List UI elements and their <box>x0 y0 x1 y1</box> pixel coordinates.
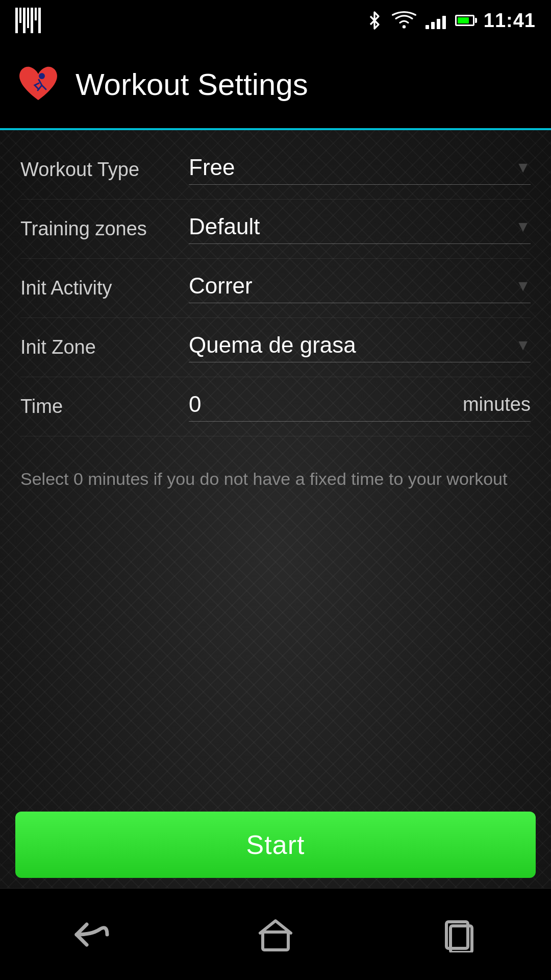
workout-type-value: Free <box>189 155 235 180</box>
svg-rect-2 <box>263 932 288 950</box>
init-zone-row[interactable]: Init Zone Quema de grasa ▼ <box>20 318 531 377</box>
home-button[interactable] <box>250 914 301 955</box>
bluetooth-icon <box>366 10 383 31</box>
status-bar: 11:41 <box>0 0 551 41</box>
init-zone-value-container[interactable]: Quema de grasa ▼ <box>189 332 531 362</box>
start-button[interactable]: Start <box>15 812 536 878</box>
init-activity-dropdown-arrow: ▼ <box>515 277 531 295</box>
status-bar-right: 11:41 <box>366 10 536 32</box>
time-label: Time <box>20 396 184 418</box>
workout-type-value-container[interactable]: Free ▼ <box>189 155 531 185</box>
svg-point-0 <box>403 25 406 28</box>
workout-type-row[interactable]: Workout Type Free ▼ <box>20 140 531 200</box>
time-row[interactable]: Time 0 minutes <box>20 377 531 436</box>
app-logo <box>15 62 61 108</box>
wifi-icon <box>392 11 416 30</box>
bottom-nav <box>0 888 551 980</box>
training-zones-value-container[interactable]: Default ▼ <box>189 214 531 244</box>
info-text: Select 0 minutes if you do not have a fi… <box>0 447 551 512</box>
training-zones-label: Training zones <box>20 218 184 240</box>
training-zones-dropdown-arrow: ▼ <box>515 218 531 235</box>
app-header: Workout Settings <box>0 41 551 130</box>
init-zone-label: Init Zone <box>20 336 184 358</box>
workout-type-dropdown-arrow: ▼ <box>515 159 531 176</box>
back-button[interactable] <box>66 914 117 955</box>
signal-bars <box>425 12 446 29</box>
training-zones-value: Default <box>189 214 260 239</box>
status-time: 11:41 <box>484 10 536 32</box>
init-zone-dropdown-arrow: ▼ <box>515 336 531 354</box>
workout-type-label: Workout Type <box>20 159 184 181</box>
barcode-icon <box>15 8 41 33</box>
time-value-container[interactable]: 0 minutes <box>189 391 531 422</box>
init-activity-value-container[interactable]: Correr ▼ <box>189 273 531 303</box>
settings-container: Workout Type Free ▼ Training zones Defau… <box>0 130 551 447</box>
page-title: Workout Settings <box>76 67 308 102</box>
svg-point-1 <box>39 73 45 79</box>
init-activity-label: Init Activity <box>20 277 184 299</box>
battery-icon <box>455 15 474 26</box>
time-value: 0 <box>189 391 201 417</box>
recents-button[interactable] <box>434 914 485 955</box>
content-area: Workout Type Free ▼ Training zones Defau… <box>0 130 551 980</box>
status-bar-left <box>15 8 41 33</box>
time-unit: minutes <box>463 394 531 415</box>
init-zone-value: Quema de grasa <box>189 332 356 358</box>
training-zones-row[interactable]: Training zones Default ▼ <box>20 200 531 259</box>
init-activity-value: Correr <box>189 273 253 299</box>
init-activity-row[interactable]: Init Activity Correr ▼ <box>20 259 531 318</box>
